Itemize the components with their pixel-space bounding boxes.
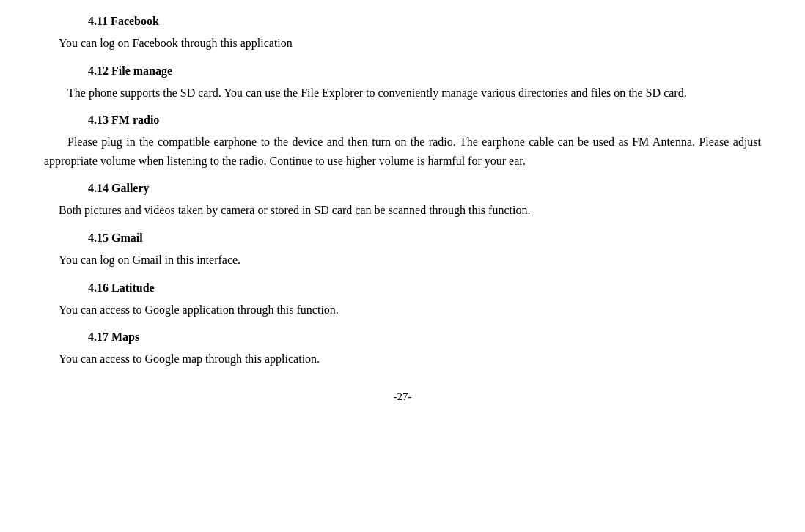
section-415: 4.15 Gmail You can log on Gmail in this … <box>44 232 761 270</box>
paragraph-416-0: You can access to Google application thr… <box>44 300 761 319</box>
heading-414: 4.14 Gallery <box>44 182 761 195</box>
document-body: 4.11 Facebook You can log on Facebook th… <box>44 15 761 403</box>
page-footer: -27- <box>44 391 761 403</box>
heading-413: 4.13 FM radio <box>44 114 761 127</box>
section-414: 4.14 Gallery Both pictures and videos ta… <box>44 182 761 220</box>
paragraph-414-0: Both pictures and videos taken by camera… <box>44 201 761 220</box>
heading-417: 4.17 Maps <box>44 330 761 344</box>
paragraph-412-0: The phone supports the SD card. You can … <box>44 84 761 103</box>
paragraph-415-0: You can log on Gmail in this interface. <box>44 251 761 270</box>
section-417: 4.17 Maps You can access to Google map t… <box>44 330 761 369</box>
section-413: 4.13 FM radio Please plug in the compati… <box>44 114 761 170</box>
section-416: 4.16 Latitude You can access to Google a… <box>44 281 761 319</box>
paragraph-417-0: You can access to Google map through thi… <box>44 350 761 369</box>
page-number: -27- <box>394 391 412 402</box>
section-412: 4.12 File manage The phone supports the … <box>44 64 761 103</box>
heading-415: 4.15 Gmail <box>44 232 761 245</box>
paragraph-411-0: You can log on Facebook through this app… <box>44 34 761 53</box>
section-411: 4.11 Facebook You can log on Facebook th… <box>44 15 761 53</box>
heading-412: 4.12 File manage <box>44 64 761 78</box>
paragraph-413-0: Please plug in the compatible earphone t… <box>44 133 761 170</box>
heading-411: 4.11 Facebook <box>44 15 761 28</box>
heading-416: 4.16 Latitude <box>44 281 761 295</box>
